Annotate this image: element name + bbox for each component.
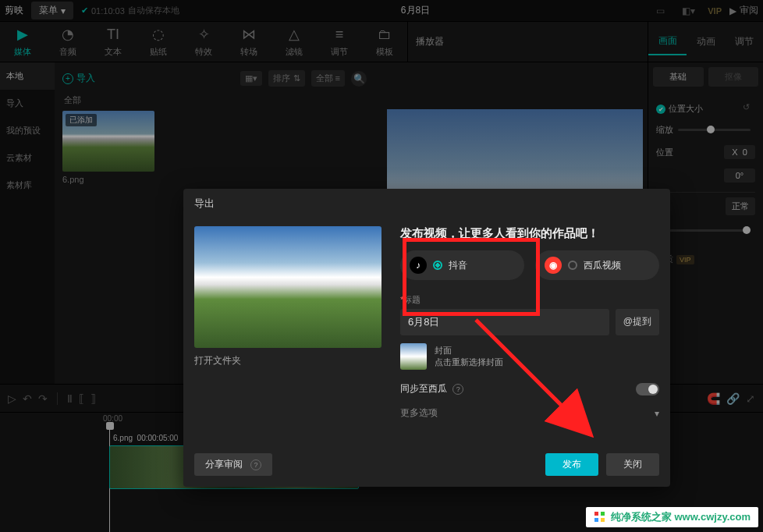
xigua-icon: ◉ [545,257,562,274]
sync-label: 同步至西瓜 [400,383,447,394]
svg-rect-1 [594,512,598,516]
watermark-text: 纯净系统之家 www.cwjzy.com [611,510,751,524]
svg-rect-2 [601,512,605,516]
radio-on-icon [433,261,442,270]
cover-row[interactable]: 封面 点击重新选择封面 [400,335,659,378]
modal-body: 打开文件夹 发布视频，让更多人看到你的作品吧！ ♪ 抖音 ◉ 西瓜视频 *标题 … [183,218,670,426]
platform-row: ♪ 抖音 ◉ 西瓜视频 [400,250,659,280]
modal-left: 打开文件夹 [194,226,382,426]
radio-off-icon [568,261,577,270]
title-field-label: *标题 [400,291,659,309]
more-label: 更多选项 [400,406,438,420]
publish-headline: 发布视频，让更多人看到你的作品吧！ [400,226,659,250]
publish-button[interactable]: 发布 [545,453,598,476]
svg-rect-4 [601,518,605,522]
cover-label: 封面 [435,345,503,356]
open-folder-link[interactable]: 打开文件夹 [194,348,382,367]
share-label: 分享审阅 [205,458,243,471]
cover-hint: 点击重新选择封面 [435,356,503,368]
platform-douyin[interactable]: ♪ 抖音 [400,250,524,280]
sync-toggle[interactable] [636,383,659,395]
platform-xigua[interactable]: ◉ 西瓜视频 [535,250,659,280]
close-button[interactable]: 关闭 [606,453,659,476]
export-preview [194,226,382,348]
modal-title: 导出 [183,189,670,218]
douyin-icon: ♪ [410,257,427,274]
svg-rect-3 [594,518,598,522]
cover-text: 封面 点击重新选择封面 [435,345,503,368]
share-review-button[interactable]: 分享审阅 ? [194,453,272,476]
xigua-label: 西瓜视频 [584,259,621,272]
at-mention-button[interactable]: @提到 [616,309,659,335]
chevron-down-icon: ▾ [655,408,659,419]
sync-row: 同步至西瓜 ? [400,378,659,400]
watermark-logo-icon [594,511,606,523]
douyin-label: 抖音 [449,259,467,272]
more-options[interactable]: 更多选项 ▾ [400,400,659,426]
title-row: 6月8日 @提到 [400,309,659,335]
watermark: 纯净系统之家 www.cwjzy.com [586,507,758,527]
export-modal: 导出 打开文件夹 发布视频，让更多人看到你的作品吧！ ♪ 抖音 ◉ 西瓜视频 *… [183,189,670,487]
modal-right: 发布视频，让更多人看到你的作品吧！ ♪ 抖音 ◉ 西瓜视频 *标题 6月8日 @… [400,226,659,426]
title-input[interactable]: 6月8日 [400,309,609,335]
help-icon[interactable]: ? [452,384,463,395]
help-icon[interactable]: ? [250,459,261,470]
cover-thumb [400,343,427,370]
modal-footer: 分享审阅 ? 发布 关闭 [194,453,659,476]
